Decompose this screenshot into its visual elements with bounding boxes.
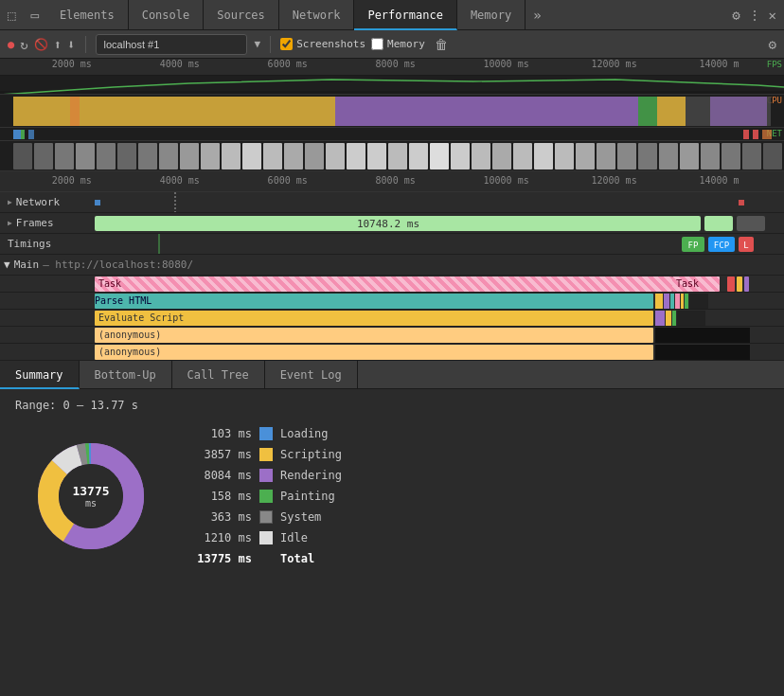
screenshots-checkbox[interactable]: [280, 38, 293, 50]
frames-track-row[interactable]: ▶ Frames 10748.2 ms: [0, 213, 784, 234]
svg-rect-73: [655, 311, 665, 326]
svg-rect-58: [737, 216, 765, 231]
main-header[interactable]: ▼ Main — http://localhost:8080/: [0, 255, 784, 276]
upload-button[interactable]: ⬆: [54, 37, 62, 52]
bottom-panel: Summary Bottom-Up Call Tree Event Log Ra…: [0, 361, 784, 696]
tab-sources[interactable]: Sources: [204, 0, 279, 30]
svg-rect-31: [347, 143, 365, 170]
svg-rect-36: [451, 143, 470, 170]
svg-rect-72: [689, 294, 708, 309]
svg-rect-70: [681, 294, 684, 309]
task-row-2[interactable]: Parse HTML: [0, 293, 784, 310]
svg-rect-44: [617, 143, 636, 170]
svg-rect-12: [743, 130, 749, 139]
svg-rect-30: [326, 143, 345, 170]
task-bar-1-right-label: Task: [672, 278, 699, 289]
memory-checkbox-label[interactable]: Memory: [371, 38, 425, 50]
svg-rect-71: [685, 294, 688, 309]
svg-rect-42: [576, 143, 595, 170]
cpu-row[interactable]: CPU: [0, 95, 784, 128]
task-content-5: (anonymous): [95, 344, 784, 361]
idle-name: Idle: [280, 531, 308, 544]
task-content-2: Parse HTML: [95, 293, 784, 310]
svg-rect-22: [159, 143, 178, 170]
svg-rect-13: [753, 130, 758, 139]
frames-content: 10748.2 ms: [95, 213, 784, 233]
svg-rect-17: [55, 143, 74, 170]
timings-label: Timings: [0, 238, 95, 250]
svg-rect-40: [534, 143, 553, 170]
timeline-ticks-1: 2000 ms 4000 ms 6000 ms 8000 ms 10000 ms…: [13, 59, 784, 76]
tab-bottom-up[interactable]: Bottom-Up: [80, 361, 172, 389]
legend-total: 13775 ms Total: [195, 552, 342, 565]
timings-track-row[interactable]: Timings FP FCP L: [0, 234, 784, 255]
tab-performance[interactable]: Performance: [354, 0, 456, 30]
reload-button[interactable]: ↻: [20, 37, 27, 52]
donut-label: 13775 ms: [72, 484, 109, 509]
memory-checkbox[interactable]: [371, 38, 383, 50]
system-value: 363 ms: [195, 510, 252, 524]
tab-summary[interactable]: Summary: [0, 361, 80, 389]
trash-icon[interactable]: 🗑: [435, 37, 448, 52]
tab-memory[interactable]: Memory: [457, 0, 526, 30]
loading-color: [259, 427, 273, 440]
url-input[interactable]: [96, 34, 247, 55]
more-icon[interactable]: ⋮: [748, 8, 761, 23]
net-row[interactable]: NET: [0, 128, 784, 141]
svg-rect-7: [710, 97, 767, 126]
loading-value: 103 ms: [195, 427, 252, 440]
donut-ms: 13775: [72, 484, 109, 498]
svg-rect-48: [701, 143, 720, 170]
tick-5: 10000 ms: [484, 59, 529, 69]
download-button[interactable]: ⬇: [67, 37, 75, 52]
url-dropdown[interactable]: ▼: [255, 38, 261, 50]
task-row-1[interactable]: Task Task: [0, 276, 784, 293]
record-button[interactable]: ●: [8, 38, 14, 51]
clear-button[interactable]: 🚫: [34, 38, 48, 51]
right-dark-4: [655, 328, 750, 343]
svg-rect-37: [472, 143, 490, 170]
tab-console[interactable]: Console: [129, 0, 205, 30]
tab-network[interactable]: Network: [279, 0, 355, 30]
settings-icon[interactable]: ⚙: [732, 8, 739, 23]
settings-icon2[interactable]: ⚙: [769, 37, 776, 52]
task-row-4[interactable]: (anonymous): [0, 327, 784, 344]
svg-rect-33: [388, 143, 407, 170]
task-row-3[interactable]: Evaluate Script: [0, 310, 784, 327]
svg-rect-46: [659, 143, 678, 170]
svg-rect-8: [70, 97, 80, 126]
screenshots-row[interactable]: [0, 141, 784, 171]
svg-text:FCP: FCP: [714, 241, 730, 250]
svg-rect-39: [513, 143, 532, 170]
network-track-row[interactable]: ▶ Network: [0, 192, 784, 213]
range-text: Range: 0 – 13.77 s: [15, 399, 769, 412]
svg-text:L: L: [743, 241, 748, 250]
svg-rect-25: [222, 143, 241, 170]
task-content-4: (anonymous): [95, 327, 784, 344]
tab-bar: ⬚ ▭ Elements Console Sources Network Per…: [0, 0, 784, 30]
inspect-icon[interactable]: ⬚: [0, 8, 23, 23]
legend-idle: 1210 ms Idle: [195, 531, 342, 544]
svg-rect-3: [335, 97, 638, 126]
tab-call-tree[interactable]: Call Tree: [172, 361, 265, 389]
tab-elements[interactable]: Elements: [46, 0, 129, 30]
right-dark-5: [655, 345, 750, 360]
loading-name: Loading: [280, 427, 329, 440]
fps-row[interactable]: [0, 76, 784, 95]
close-icon[interactable]: ✕: [769, 8, 776, 23]
tab-event-log[interactable]: Event Log: [265, 361, 358, 389]
tab-overflow[interactable]: »: [526, 0, 548, 30]
tick-6: 12000 ms: [592, 59, 637, 69]
right-markers: [655, 294, 750, 309]
screenshots-checkbox-label[interactable]: Screenshots: [280, 38, 365, 50]
task-row-5[interactable]: (anonymous): [0, 344, 784, 361]
summary-body: 13775 ms 103 ms Loading 3857 ms Scriptin…: [15, 427, 769, 565]
bottom-tabs: Summary Bottom-Up Call Tree Event Log: [0, 361, 784, 389]
device-icon[interactable]: ▭: [23, 8, 45, 23]
eval-script-label: Evaluate Script: [98, 312, 184, 323]
legend-loading: 103 ms Loading: [195, 427, 342, 440]
svg-rect-57: [704, 216, 733, 231]
anon-label-1: (anonymous): [98, 330, 161, 340]
timeline-ticks-2: 2000 ms 4000 ms 6000 ms 8000 ms 10000 ms…: [13, 171, 784, 192]
svg-rect-5: [657, 97, 686, 126]
